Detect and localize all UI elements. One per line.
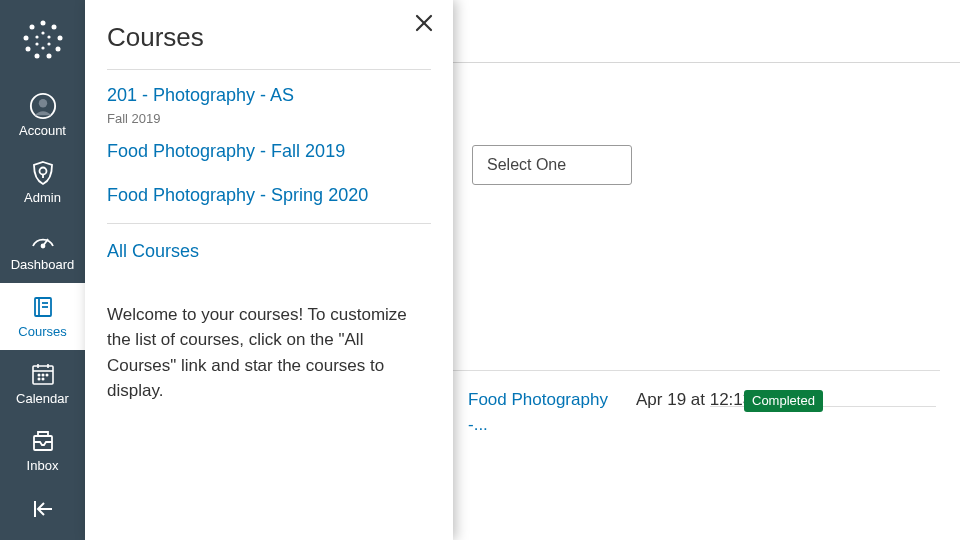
- flyout-divider: [107, 69, 431, 70]
- svg-point-5: [34, 54, 39, 59]
- course-link[interactable]: Food Photography - Fall 2019: [107, 140, 431, 163]
- course-link[interactable]: 201 - Photography - AS: [107, 84, 431, 107]
- brand-logo: [0, 18, 85, 62]
- nav-inbox[interactable]: Inbox: [0, 417, 85, 484]
- nav-collapse[interactable]: [0, 484, 85, 526]
- shield-icon: [29, 159, 57, 187]
- nav-label: Courses: [18, 325, 66, 338]
- calendar-icon: [29, 360, 57, 388]
- nav-calendar[interactable]: Calendar: [0, 350, 85, 417]
- nav-courses[interactable]: Courses: [0, 283, 85, 350]
- nav-dashboard[interactable]: Dashboard: [0, 216, 85, 283]
- term-select-row: Select One: [472, 145, 632, 185]
- svg-point-8: [29, 25, 34, 30]
- course-term: Fall 2019: [107, 111, 431, 126]
- svg-point-11: [47, 42, 50, 45]
- svg-point-20: [41, 245, 44, 248]
- nav-admin[interactable]: Admin: [0, 149, 85, 216]
- svg-point-1: [51, 25, 56, 30]
- status-badge: Completed: [744, 390, 823, 412]
- svg-point-12: [41, 46, 44, 49]
- svg-point-6: [25, 47, 30, 52]
- nav-label: Dashboard: [11, 258, 75, 271]
- svg-point-13: [35, 42, 38, 45]
- user-circle-icon: [29, 92, 57, 120]
- svg-point-17: [39, 168, 46, 175]
- svg-point-14: [35, 35, 38, 38]
- collapse-arrow-icon: [30, 496, 56, 526]
- close-icon: [413, 20, 435, 37]
- close-button[interactable]: [413, 12, 435, 38]
- svg-point-10: [47, 35, 50, 38]
- gauge-icon: [29, 226, 57, 254]
- svg-point-7: [23, 36, 28, 41]
- flyout-section-divider: [107, 223, 431, 224]
- svg-rect-34: [34, 436, 52, 450]
- nav-label: Calendar: [16, 392, 69, 405]
- svg-point-16: [38, 99, 46, 107]
- svg-point-2: [57, 36, 62, 41]
- flyout-welcome-text: Welcome to your courses! To customize th…: [107, 302, 431, 404]
- svg-point-3: [55, 47, 60, 52]
- global-nav: Account Admin Dashboard: [0, 0, 85, 540]
- courses-flyout: Courses 201 - Photography - AS Fall 2019…: [85, 0, 453, 540]
- flyout-title: Courses: [107, 22, 204, 53]
- nav-label: Account: [19, 124, 66, 137]
- term-select[interactable]: Select One: [472, 145, 632, 185]
- nav-label: Admin: [24, 191, 61, 204]
- course-link[interactable]: Food Photography - Spring 2020: [107, 184, 431, 207]
- nav-label: Inbox: [27, 459, 59, 472]
- svg-point-4: [46, 54, 51, 59]
- nav-account[interactable]: Account: [0, 82, 85, 149]
- all-courses-link[interactable]: All Courses: [107, 240, 431, 263]
- svg-point-9: [41, 31, 44, 34]
- export-row-course-link[interactable]: Food Photography -...: [468, 388, 618, 437]
- book-icon: [29, 293, 57, 321]
- term-select-value: Select One: [487, 156, 566, 173]
- svg-point-0: [40, 21, 45, 26]
- inbox-icon: [29, 427, 57, 455]
